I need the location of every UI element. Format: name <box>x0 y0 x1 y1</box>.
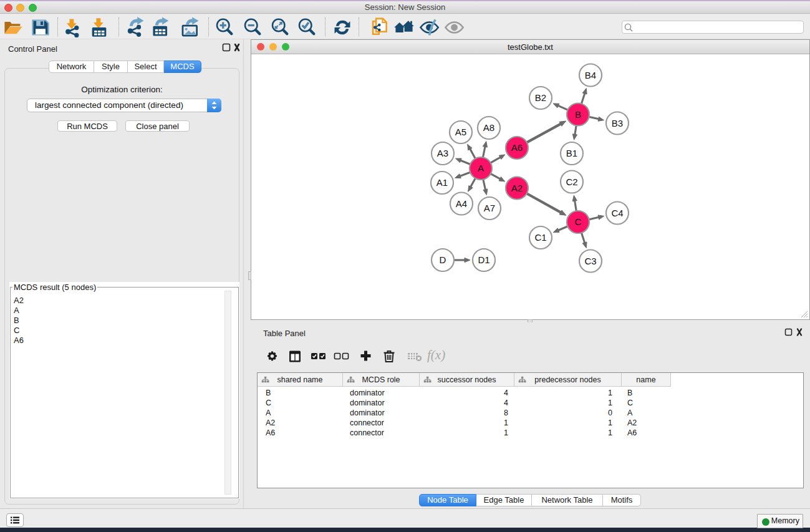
svg-text:B4: B4 <box>585 70 596 80</box>
svg-text:C: C <box>575 216 582 227</box>
svg-text:A5: A5 <box>455 127 466 137</box>
svg-text:B2: B2 <box>535 92 546 103</box>
svg-text:C1: C1 <box>534 232 546 243</box>
svg-text:D1: D1 <box>478 254 489 265</box>
svg-text:C3: C3 <box>584 256 596 266</box>
svg-text:C4: C4 <box>611 208 623 218</box>
svg-text:A8: A8 <box>483 122 494 133</box>
svg-text:B1: B1 <box>566 148 577 158</box>
svg-text:A4: A4 <box>456 198 467 209</box>
svg-text:A2: A2 <box>511 183 523 193</box>
svg-text:C2: C2 <box>566 177 577 187</box>
svg-text:A1: A1 <box>436 177 448 188</box>
svg-text:B3: B3 <box>612 118 623 128</box>
svg-text:D: D <box>440 254 446 265</box>
svg-text:B: B <box>575 109 581 120</box>
svg-text:A3: A3 <box>437 148 448 158</box>
svg-text:A6: A6 <box>511 142 523 153</box>
svg-text:A: A <box>478 163 484 173</box>
svg-text:A7: A7 <box>484 203 495 213</box>
